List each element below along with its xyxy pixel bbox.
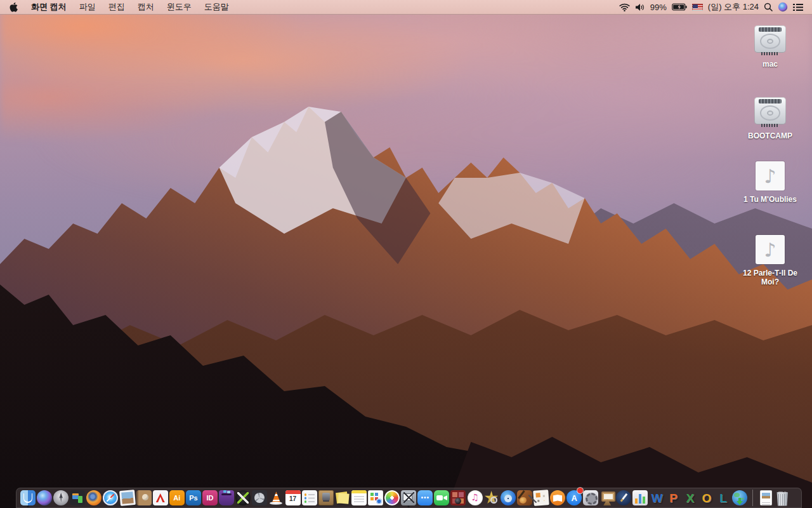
lync-letter-icon: L (716, 490, 731, 505)
dock-app-store[interactable]: A (566, 488, 582, 508)
illustrator-glyph: Ai (173, 495, 180, 502)
menu-help[interactable]: 도움말 (198, 0, 235, 14)
dock-page-layout-app[interactable] (534, 488, 549, 508)
powerpoint-glyph: P (669, 492, 678, 504)
spotlight-menu-extra[interactable] (761, 0, 775, 14)
ibooks-open-book-icon (550, 490, 565, 505)
itunes-note-icon (468, 490, 483, 505)
photoshop-glyph: Ps (189, 495, 197, 502)
dock-letterpress-box[interactable] (318, 488, 334, 508)
dock-toast-titanium[interactable] (219, 488, 234, 508)
input-source-menu-extra[interactable] (690, 0, 705, 14)
dock-ibooks[interactable] (550, 488, 565, 508)
desktop-icon-bootcamp[interactable]: BOOTCAMP (735, 97, 806, 140)
wifi-menu-extra[interactable] (617, 0, 632, 14)
audio-file-icon (756, 161, 785, 190)
dock-media-converter[interactable] (235, 488, 251, 508)
contacts-book-icon (136, 490, 152, 505)
dock-web-downloader[interactable] (732, 488, 747, 508)
dock-indesign[interactable]: ID (202, 488, 218, 508)
dock-trash[interactable] (775, 488, 790, 508)
dock-lync[interactable]: L (716, 488, 731, 508)
dock-document-file[interactable] (758, 488, 773, 508)
indesign-glyph: ID (207, 495, 214, 502)
battery-menu-extra[interactable] (669, 0, 690, 14)
blue-disc-icon (501, 490, 516, 505)
garageband-guitar-icon (517, 490, 532, 505)
dock-photo-booth[interactable] (450, 488, 466, 508)
reminders-list-icon (302, 490, 317, 505)
keynote-podium-icon (599, 490, 615, 505)
dock-pages[interactable] (616, 488, 631, 508)
dock-system-preferences[interactable] (583, 488, 598, 508)
battery-percent: 99% (648, 3, 669, 12)
dock-keynote[interactable] (599, 488, 615, 508)
dock-display-windows-app[interactable] (70, 488, 85, 508)
photos-pinwheel-icon (384, 490, 400, 505)
notes-notepad-icon (351, 490, 367, 505)
desktop-icon-mac[interactable]: mac (735, 25, 806, 69)
dock-print-labels-app[interactable] (368, 488, 383, 508)
gear-icon (583, 490, 598, 505)
menu-file[interactable]: 파일 (73, 0, 102, 14)
volume-icon (635, 3, 645, 11)
dock-powerpoint[interactable]: P (666, 488, 681, 508)
trash-icon (776, 492, 789, 506)
menu-window[interactable]: 윈도우 (160, 0, 198, 14)
notification-center-icon (793, 3, 803, 11)
dock-siri[interactable] (37, 488, 52, 508)
dock-dvd-tool[interactable] (501, 488, 516, 508)
dock-photos[interactable] (384, 488, 400, 508)
dock-numbers[interactable] (632, 488, 648, 508)
dock-image-viewer[interactable] (120, 488, 135, 508)
menu-capture[interactable]: 캡처 (131, 0, 160, 14)
spotlight-search-icon (764, 3, 773, 11)
dock-disk-tool[interactable] (252, 488, 267, 508)
disk-fan-icon (252, 490, 267, 505)
apple-menu[interactable] (0, 0, 25, 14)
dock-stickies[interactable] (335, 488, 350, 508)
dock-garageband[interactable] (517, 488, 532, 508)
volume-menu-extra[interactable] (632, 0, 648, 14)
launchpad-rocket-icon (53, 490, 69, 505)
dock-finder[interactable] (20, 488, 36, 508)
dock-photoshop[interactable]: Ps (186, 488, 201, 508)
dock-reminders[interactable] (302, 488, 317, 508)
dock-notes[interactable] (351, 488, 367, 508)
dock-acrobat[interactable] (153, 488, 168, 508)
dock-grab-screen-capture[interactable] (401, 488, 416, 508)
crate-machine-icon (318, 490, 334, 505)
toaster-icon (219, 490, 234, 505)
desktop-icon-song-1[interactable]: 1 Tu M'Oublies (735, 161, 806, 204)
dock-itunes[interactable] (468, 488, 483, 508)
battery-charging-icon (672, 3, 687, 11)
menu-app-name[interactable]: 화면 캡처 (25, 0, 73, 14)
siri-menu-extra[interactable] (775, 0, 790, 14)
menu-edit[interactable]: 편집 (102, 0, 131, 14)
dock-safari[interactable] (103, 488, 118, 508)
dock-word[interactable]: W (650, 488, 665, 508)
desktop-icon-song-12[interactable]: 12 Parle-T-Il De Moi? (735, 235, 806, 286)
firefox-icon (86, 490, 102, 505)
dock-facetime[interactable] (434, 488, 449, 508)
vlc-cone-icon (268, 490, 284, 505)
dock-vlc[interactable] (268, 488, 284, 508)
dock-firefox[interactable] (86, 488, 102, 508)
dock-star-finder-app[interactable] (484, 488, 499, 508)
calendar-icon: 17 (285, 490, 301, 505)
dock-calendar[interactable]: 17 (285, 488, 301, 508)
display-windows-icon (70, 490, 85, 505)
dock-outlook[interactable]: O (699, 488, 714, 508)
numbers-bar-chart-icon (632, 490, 648, 505)
menu-bar-clock[interactable]: (일) 오후 1:24 (705, 1, 761, 13)
desktop-icon-label: 12 Parle-T-Il De Moi? (737, 269, 803, 286)
acrobat-reader-icon (153, 490, 168, 505)
dock-launchpad[interactable] (53, 488, 69, 508)
dock-contacts[interactable] (136, 488, 152, 508)
dock-messages[interactable] (417, 488, 433, 508)
gold-star-loupe-icon (484, 490, 499, 505)
dock-excel[interactable]: X (683, 488, 698, 508)
dock-illustrator[interactable]: Ai (169, 488, 185, 508)
desktop-icon-label: mac (763, 60, 778, 69)
notification-center-menu-extra[interactable] (790, 0, 806, 14)
